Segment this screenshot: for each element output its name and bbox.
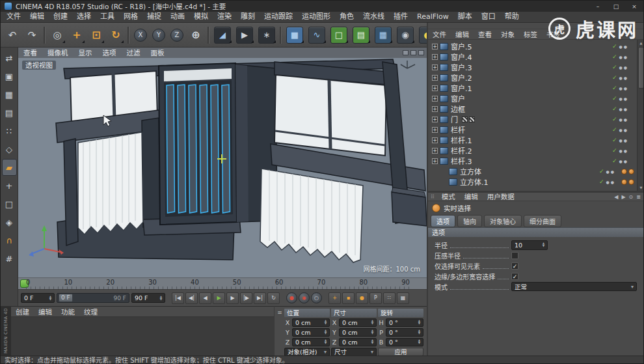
enabled-check-icon[interactable] (612, 105, 617, 112)
visibility-dots-icon[interactable] (619, 44, 628, 49)
enabled-check-icon[interactable] (612, 126, 617, 133)
coordinate-system-toggle[interactable]: ⊕ (187, 25, 205, 45)
object-manager-menu-item[interactable]: 标签 (519, 29, 542, 40)
enabled-check-icon[interactable] (612, 43, 617, 49)
enabled-check-icon[interactable] (599, 178, 604, 185)
render-picture-viewer-button[interactable]: ▶ (234, 25, 255, 45)
visibility-dots-icon[interactable] (619, 117, 628, 122)
record-rotation-toggle[interactable]: ● (356, 292, 368, 304)
expand-toggle-icon[interactable] (432, 96, 438, 102)
orange-tag-icon[interactable] (628, 179, 634, 185)
render-view-button[interactable]: ◢ (212, 25, 233, 45)
size-z-input[interactable]: 0 cm (339, 338, 377, 346)
expand-toggle-icon[interactable] (432, 75, 438, 81)
minimize-button[interactable]: – (589, 1, 607, 12)
next-frame-button[interactable]: ▶ (226, 292, 239, 304)
redo-button[interactable]: ↷ (23, 25, 41, 45)
size-mode-dropdown[interactable]: 尺寸 (331, 348, 377, 356)
material-menu-item[interactable]: 纹理 (79, 307, 102, 317)
live-selection-tool[interactable]: ◎ (48, 25, 66, 45)
record-parameter-toggle[interactable]: P (369, 292, 382, 304)
generators-menu[interactable]: ▤ (351, 25, 371, 45)
object-row[interactable]: 门 (428, 114, 644, 124)
object-manager-menu-item[interactable]: 查看 (474, 29, 496, 40)
options-section-header[interactable]: 选项 (428, 227, 644, 237)
scroll-up-icon[interactable]: ▲ (637, 40, 644, 46)
edges-mode-button[interactable]: ◇ (2, 141, 17, 158)
material-menu-item[interactable]: 创建 (11, 307, 34, 317)
object-row[interactable]: 栏杆 (428, 124, 644, 135)
pressure-radius-checkbox[interactable] (511, 252, 518, 259)
object-row[interactable]: 边框 (428, 104, 644, 114)
object-row[interactable]: 栏杆.2 (428, 145, 644, 156)
z-axis-lock[interactable]: Z (168, 25, 185, 45)
menu-item[interactable]: 雕刻 (236, 12, 260, 22)
goto-end-button[interactable]: ▶| (254, 292, 266, 304)
menu-item[interactable]: 文件 (2, 12, 25, 22)
polygons-mode-button[interactable]: ▰ (2, 159, 17, 176)
position-x-input[interactable]: 0 cm (292, 318, 330, 327)
timeline-ruler[interactable]: 0102030405060708090 (18, 277, 427, 289)
lock-button[interactable]: ◈ (2, 214, 17, 231)
menu-item[interactable]: 选择 (72, 12, 96, 22)
expand-toggle-icon[interactable] (432, 54, 438, 60)
scrollbar[interactable]: ▲ ▼ (637, 40, 644, 191)
panel-grip-icon[interactable] (276, 309, 283, 316)
menu-item[interactable]: 流水线 (358, 12, 389, 22)
enabled-check-icon[interactable] (599, 168, 604, 175)
rotation-p-input[interactable]: 0 ° (386, 328, 423, 337)
apply-button[interactable]: 应用 (378, 348, 423, 356)
stepper-arrows-icon[interactable] (159, 296, 163, 301)
scale-tool[interactable]: ⊡ (87, 25, 105, 45)
attribute-tab[interactable]: 选项 (431, 215, 455, 227)
viewport-menu-item[interactable]: 选项 (98, 48, 122, 58)
move-tool[interactable]: + (68, 25, 86, 45)
stepper-arrows-icon[interactable] (370, 329, 375, 335)
stepper-arrows-icon[interactable] (323, 320, 328, 325)
stepper-arrows-icon[interactable] (370, 339, 375, 344)
panel-menu-icon[interactable]: ≣ (636, 194, 641, 200)
expand-toggle-icon[interactable] (432, 148, 438, 154)
expand-toggle-icon[interactable] (432, 127, 438, 133)
menu-item[interactable]: 运动图形 (297, 12, 335, 22)
orange-tag-icon[interactable] (628, 169, 634, 175)
menu-item[interactable]: RealFlow (412, 12, 453, 22)
rotate-tool[interactable]: ↻ (107, 25, 125, 45)
texture-mode-button[interactable]: ▦ (2, 86, 17, 103)
viewport-menu-item[interactable]: 显示 (74, 48, 98, 58)
menu-item[interactable]: 窗口 (477, 12, 500, 22)
size-y-input[interactable]: 0 cm (339, 328, 377, 337)
viewport-canvas[interactable] (18, 58, 427, 277)
separator[interactable] (278, 25, 283, 45)
stepper-arrows-icon[interactable] (417, 329, 422, 335)
expand-toggle-icon[interactable] (432, 64, 438, 70)
visibility-dots-icon[interactable] (619, 159, 628, 163)
record-pla-toggle[interactable]: ∷ (383, 292, 396, 304)
visibility-dots-icon[interactable] (619, 96, 628, 101)
visibility-dots-icon[interactable] (619, 76, 628, 80)
object-row[interactable]: 栏杆.1 (428, 135, 644, 145)
viewport[interactable]: 透视视图 网格间距：100 cm (18, 58, 427, 277)
object-row[interactable]: 立方体 (428, 166, 644, 176)
attribute-menu-item[interactable]: 用户数据 (483, 191, 519, 202)
object-row[interactable]: 窗户.5 (428, 41, 644, 51)
expand-toggle-icon[interactable] (432, 44, 438, 49)
spline-pen-menu[interactable]: ∿ (306, 25, 327, 45)
menu-item[interactable]: 运动跟踪 (260, 12, 297, 22)
enabled-check-icon[interactable] (612, 116, 617, 122)
menu-item[interactable]: 脚本 (453, 12, 477, 22)
attribute-menu-item[interactable]: 编辑 (460, 191, 483, 202)
enable-axis-button[interactable]: + (2, 177, 17, 194)
menu-item[interactable]: 动画 (166, 12, 189, 22)
attribute-menu-item[interactable]: 模式 (437, 191, 460, 202)
material-menu-item[interactable]: 编辑 (34, 307, 57, 317)
enabled-check-icon[interactable] (612, 137, 617, 143)
viewport-menu-item[interactable]: 面板 (146, 48, 170, 58)
object-row[interactable]: 立方体.1 (428, 176, 644, 187)
viewport-menu-item[interactable]: 摄像机 (42, 48, 74, 58)
menu-item[interactable]: 渲染 (213, 12, 236, 22)
pin-icon[interactable]: ⊙ (629, 194, 634, 200)
menu-item[interactable]: 创建 (49, 12, 72, 22)
viewport-panel-icon[interactable] (410, 50, 416, 55)
preview-range-slider[interactable]: 0 F 90 F (57, 293, 129, 303)
